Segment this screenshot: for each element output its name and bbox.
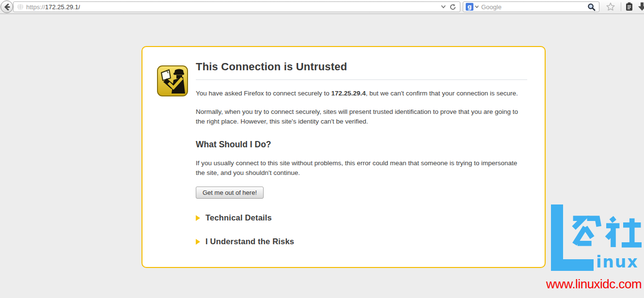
bookmark-star-button[interactable] [605,1,616,13]
star-icon [606,2,615,12]
linuxidc-inux-text: inux [596,252,639,271]
bookmarks-menu-button[interactable] [623,1,635,13]
chevron-down-icon [474,4,479,9]
intro-pre: You have asked Firefox to connect secure… [196,90,331,97]
site-identity-globe-icon[interactable] [17,3,24,10]
expander-label: Technical Details [205,213,272,222]
page-title: This Connection is Untrusted [196,61,527,80]
download-arrow-icon [637,1,644,12]
magnifier-icon [587,3,596,11]
get-me-out-button[interactable]: Get me out of here! [196,187,264,199]
intro-paragraph: You have asked Firefox to connect secure… [196,89,527,98]
url-host: 172.25.29.1/ [45,3,80,11]
chevron-down-icon [440,4,446,10]
url-text: https://172.25.29.1/ [26,3,80,11]
search-go-button[interactable] [587,2,596,12]
clipboard-icon [625,2,634,12]
url-scheme: https:// [26,3,45,11]
reload-button[interactable] [449,2,456,12]
explanation-paragraph: Normally, when you try to connect secure… [196,107,527,126]
browser-toolbar: https://172.25.29.1/ g [0,0,644,14]
what-should-i-do-heading: What Should I Do? [196,140,527,150]
advice-paragraph: If you usually connect to this site with… [196,158,527,178]
back-button[interactable] [0,0,13,13]
ssl-warning-officer-icon [157,65,188,96]
google-favicon: g [466,3,473,11]
search-bar[interactable]: g [463,1,599,12]
expander-arrow-icon [196,239,200,245]
reload-icon [449,3,456,11]
intro-host: 172.25.29.4 [331,90,365,97]
linuxidc-url-text: www.linuxidc.com [546,277,642,292]
expander-label: I Understand the Risks [205,237,294,246]
back-arrow-icon [3,3,11,11]
error-page-content: This Connection is Untrusted You have as… [196,61,527,246]
urlbar-history-dropdown-button[interactable] [440,2,446,12]
search-engine-selector[interactable]: g [466,3,479,11]
untrusted-connection-card: This Connection is Untrusted You have as… [141,46,546,268]
intro-post: , but we can't confirm that your connect… [366,90,518,97]
linuxidc-cjk-logo [568,215,642,249]
technical-details-expander[interactable]: Technical Details [196,213,527,222]
search-input[interactable] [479,3,586,11]
toolbar-separator [621,2,621,11]
url-bar[interactable]: https://172.25.29.1/ [13,1,460,12]
downloads-button[interactable] [636,1,644,13]
i-understand-the-risks-expander[interactable]: I Understand the Risks [196,237,527,246]
expander-arrow-icon [196,215,200,221]
